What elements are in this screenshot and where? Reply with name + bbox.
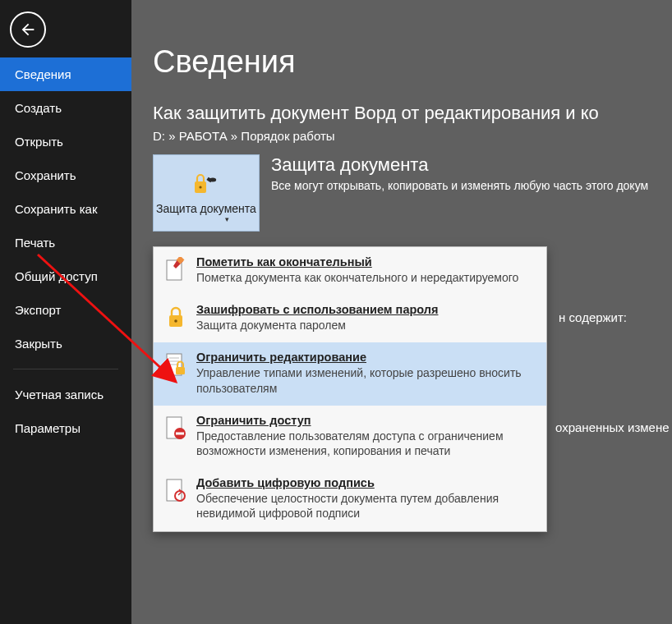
back-button[interactable]: [10, 11, 46, 48]
menu-item-desc: Предоставление пользователям доступа с о…: [196, 429, 535, 458]
protect-document-button[interactable]: Защита документа ▾: [153, 154, 260, 232]
sidebar-item-options[interactable]: Параметры: [0, 411, 131, 445]
menu-item-desc: Обеспечение целостности документа путем …: [196, 491, 535, 521]
menu-item-desc: Управление типами изменений, которые раз…: [196, 365, 535, 395]
sidebar-item-account[interactable]: Учетная запись: [0, 378, 131, 411]
sidebar-item-export[interactable]: Экспорт: [0, 293, 131, 327]
protect-document-icon: [192, 169, 220, 199]
document-path: D: » РАБОТА » Порядок работы: [153, 129, 672, 143]
menu-item-mark-final[interactable]: Пометить как окончательный Пометка докум…: [154, 247, 546, 295]
back-arrow-icon: [19, 21, 37, 39]
svg-rect-15: [176, 432, 184, 434]
document-title: Как защитить документ Ворд от редактиров…: [153, 103, 672, 124]
protect-document-menu: Пометить как окончательный Пометка докум…: [153, 246, 547, 532]
sidebar-separator: [13, 369, 118, 369]
sidebar-item-new[interactable]: Создать: [0, 91, 131, 125]
menu-item-restrict-access[interactable]: Ограничить доступ Предоставление пользов…: [154, 406, 546, 468]
svg-rect-12: [176, 367, 185, 374]
sidebar-item-open[interactable]: Открыть: [0, 125, 131, 158]
sidebar-item-saveas[interactable]: Сохранить как: [0, 192, 131, 226]
restrict-editing-icon: [163, 352, 188, 377]
restrict-access-icon: [163, 415, 188, 440]
dropdown-indicator-icon: ▾: [225, 215, 229, 223]
menu-item-digital-signature[interactable]: Добавить цифровую подпись Обеспечение це…: [154, 468, 546, 530]
backstage-sidebar: Сведения Создать Открыть Сохранить Сохра…: [0, 0, 131, 624]
menu-item-encrypt[interactable]: Зашифровать с использованием пароля Защи…: [154, 295, 546, 342]
svg-point-1: [199, 186, 201, 189]
mark-final-icon: [163, 257, 188, 282]
menu-item-title: Ограничить доступ: [196, 414, 535, 427]
menu-item-desc: Пометка документа как окончательного и н…: [196, 270, 535, 285]
protect-description: Все могут открывать, копировать и изменя…: [271, 179, 648, 192]
menu-item-restrict-editing[interactable]: Ограничить редактирование Управление тип…: [154, 342, 546, 405]
page-title: Сведения: [153, 44, 672, 80]
sidebar-item-close[interactable]: Закрыть: [0, 327, 131, 360]
sidebar-item-save[interactable]: Сохранить: [0, 158, 131, 192]
menu-item-title: Добавить цифровую подпись: [196, 476, 535, 489]
sidebar-item-info[interactable]: Сведения: [0, 57, 131, 91]
menu-item-title: Ограничить редактирование: [196, 351, 535, 364]
svg-rect-3: [206, 177, 212, 183]
sidebar-item-print[interactable]: Печать: [0, 226, 131, 259]
svg-point-7: [174, 319, 177, 323]
background-text-1: н содержит:: [559, 310, 627, 324]
menu-item-title: Пометить как окончательный: [196, 255, 535, 268]
menu-item-desc: Защита документа паролем: [196, 318, 535, 333]
menu-item-title: Зашифровать с использованием пароля: [196, 303, 535, 316]
protect-button-label: Защита документа: [156, 202, 256, 217]
protect-heading: Защита документа: [271, 154, 648, 176]
encrypt-icon: [163, 305, 188, 329]
background-text-2: охраненных измене: [555, 420, 670, 434]
sidebar-item-share[interactable]: Общий доступ: [0, 259, 131, 293]
digital-signature-icon: [163, 478, 188, 502]
